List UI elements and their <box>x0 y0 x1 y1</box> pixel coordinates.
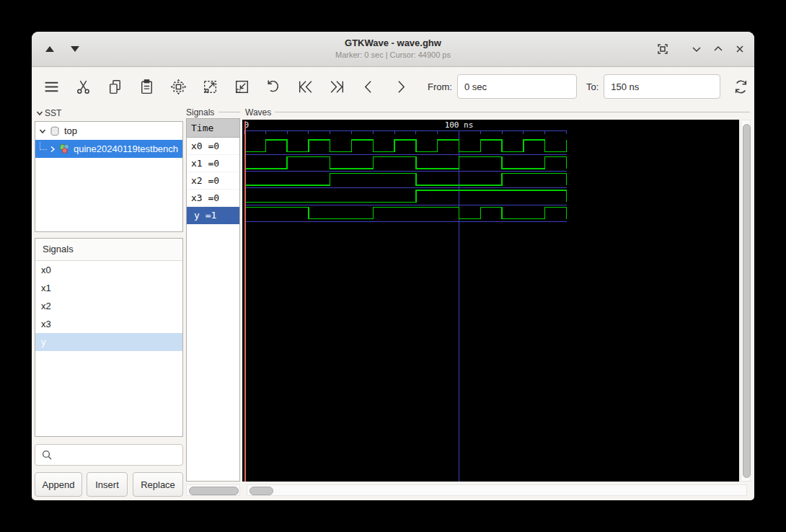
frame-line <box>275 112 750 112</box>
module-icon <box>58 143 71 155</box>
list-item-x1[interactable]: x1 <box>35 279 182 297</box>
go-to-start-button[interactable] <box>295 76 315 97</box>
list-item-x0[interactable]: x0 <box>35 261 182 279</box>
toolbar: From: To: <box>32 67 754 106</box>
fullscreen-icon <box>656 43 669 56</box>
search-icon <box>41 449 53 461</box>
menu-button[interactable] <box>41 76 61 97</box>
chevron-right-icon <box>392 78 410 96</box>
titlebar-text: GTKWave - wave.ghw Marker: 0 sec | Curso… <box>176 37 610 59</box>
to-label: To: <box>586 81 599 92</box>
zoom-fit-icon <box>169 78 187 96</box>
values-frame-label: Signals <box>186 107 214 118</box>
chevron-down-icon <box>38 127 47 136</box>
previous-edge-button[interactable] <box>358 76 379 97</box>
scrollbar-thumb[interactable] <box>743 124 751 478</box>
paste-icon <box>138 78 156 96</box>
triangle-up-icon <box>45 46 54 52</box>
append-button[interactable]: Append <box>35 472 82 497</box>
list-item-x3[interactable]: x3 <box>35 315 182 333</box>
scrollbar-thumb[interactable] <box>250 487 273 495</box>
next-edge-button[interactable] <box>390 76 410 97</box>
tree-item-top[interactable]: top <box>35 122 182 140</box>
scrollbar-thumb[interactable] <box>189 487 239 495</box>
database-icon <box>49 125 61 137</box>
from-input[interactable] <box>457 74 577 99</box>
zoom-undo-button[interactable] <box>263 76 283 97</box>
chevron-down-icon <box>690 43 703 56</box>
facilities-header[interactable]: Signals <box>35 239 182 261</box>
triangle-down-icon <box>71 46 79 52</box>
wave-canvas[interactable]: 0100 ns <box>242 120 739 482</box>
waves-v-scrollbar[interactable] <box>741 120 751 482</box>
list-item-x2[interactable]: x2 <box>35 297 182 315</box>
skip-to-end-icon <box>328 78 346 96</box>
reload-button[interactable] <box>730 76 751 97</box>
value-row-y[interactable]: y =1 <box>187 207 239 224</box>
paste-button[interactable] <box>136 76 156 97</box>
scissors-icon <box>74 78 92 96</box>
window-status: Marker: 0 sec | Cursor: 44900 ps <box>176 50 610 59</box>
search-input[interactable] <box>35 444 183 466</box>
value-row-x2[interactable]: x2 =0 <box>187 172 239 190</box>
zoom-in-button[interactable] <box>200 76 220 97</box>
zoom-fit-button[interactable] <box>168 76 188 97</box>
cut-button[interactable] <box>73 76 93 97</box>
wave-panel: 0100 ns <box>242 120 739 482</box>
zoom-out-button[interactable] <box>231 76 252 97</box>
close-icon <box>733 43 746 56</box>
values-h-scrollbar[interactable] <box>186 484 240 496</box>
list-item-y[interactable]: y <box>35 333 182 351</box>
close-button[interactable] <box>732 41 748 57</box>
svg-text:100 ns: 100 ns <box>445 120 474 130</box>
frame-line <box>218 112 240 112</box>
tree-item-testbench[interactable]: quine20240119testbench <box>35 140 182 158</box>
chevron-up-icon <box>712 43 725 56</box>
tree-item-label: quine20240119testbench <box>74 143 178 154</box>
zoom-in-icon <box>201 78 219 96</box>
copy-button[interactable] <box>105 76 125 97</box>
shade-down-button[interactable] <box>67 41 83 57</box>
zoom-out-icon <box>233 78 251 96</box>
value-row-x1[interactable]: x1 =0 <box>187 155 239 172</box>
maximize-button[interactable] <box>710 41 726 57</box>
copy-icon <box>106 78 124 96</box>
sst-expander[interactable] <box>35 109 44 118</box>
replace-button[interactable]: Replace <box>133 472 183 497</box>
undo-icon <box>265 78 283 96</box>
sst-label: SST <box>45 108 61 118</box>
sst-tree: top quine20240119testbench <box>35 121 183 232</box>
fullscreen-button[interactable] <box>655 41 671 57</box>
chevron-left-icon <box>360 78 378 96</box>
chevron-right-icon <box>48 145 57 154</box>
gtkwave-window: GTKWave - wave.ghw Marker: 0 sec | Curso… <box>32 32 754 500</box>
minimize-button[interactable] <box>689 41 705 57</box>
from-label: From: <box>428 81 452 92</box>
tree-item-label: top <box>64 125 77 136</box>
titlebar[interactable]: GTKWave - wave.ghw Marker: 0 sec | Curso… <box>32 32 754 67</box>
reload-icon <box>732 78 750 96</box>
waves-h-scrollbar[interactable] <box>247 484 747 496</box>
value-row-x3[interactable]: x3 =0 <box>187 190 239 207</box>
insert-button[interactable]: Insert <box>87 472 128 497</box>
facility-panel: Signals x0 x1 x2 x3 y <box>35 238 183 437</box>
skip-to-start-icon <box>296 78 314 96</box>
menu-icon <box>43 78 61 96</box>
time-header[interactable]: Time <box>187 119 239 138</box>
tree-connector <box>40 142 47 150</box>
window-title: GTKWave - wave.ghw <box>176 37 610 48</box>
value-row-x0[interactable]: x0 =0 <box>187 138 239 155</box>
to-input[interactable] <box>604 74 720 99</box>
waves-frame-label: Waves <box>245 107 271 118</box>
values-panel: Time x0 =0 x1 =0 x2 =0 x3 =0 y =1 <box>186 118 240 482</box>
go-to-end-button[interactable] <box>327 76 347 97</box>
shade-up-button[interactable] <box>42 41 58 57</box>
